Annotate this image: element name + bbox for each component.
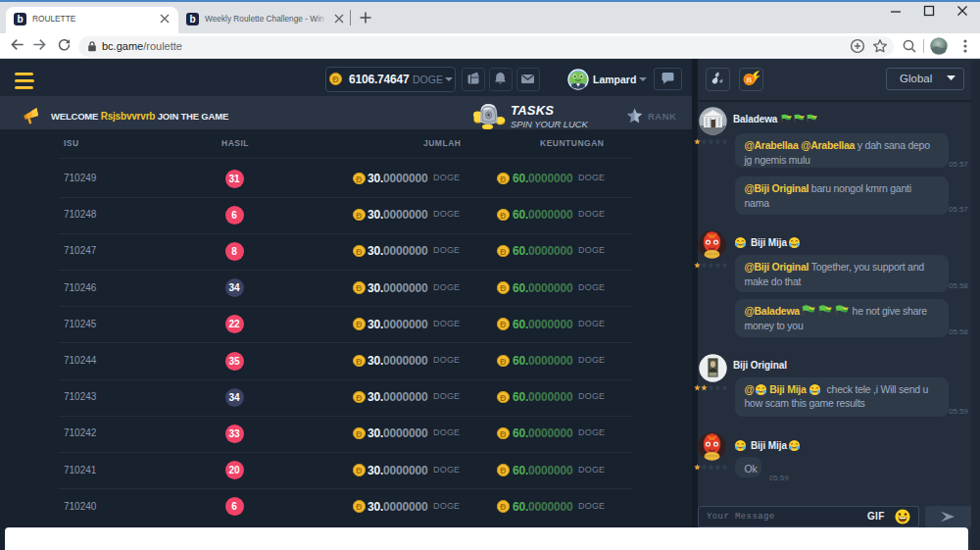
svg-text:B: B bbox=[747, 75, 753, 84]
